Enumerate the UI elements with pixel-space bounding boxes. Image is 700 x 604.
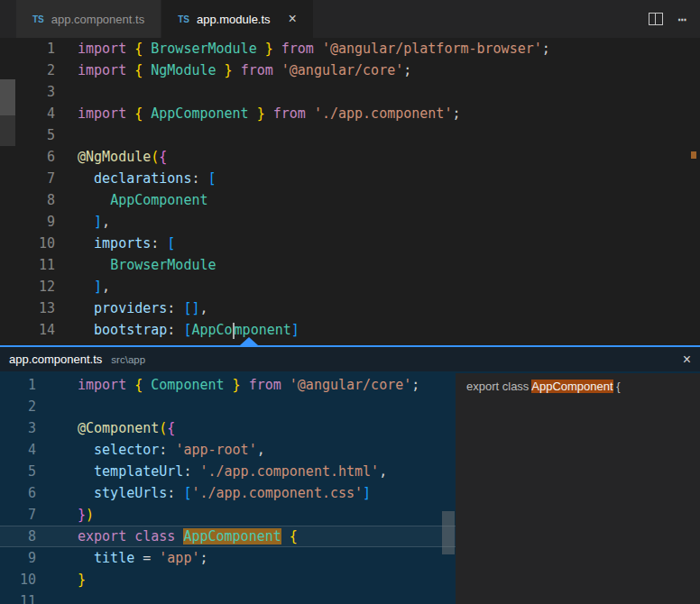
peek-references-panel: export class AppComponent { [456,373,700,604]
code-token: } [257,105,265,122]
code-line[interactable]: 2 [0,396,456,417]
line-number: 2 [0,396,36,417]
line-number: 1 [0,374,36,396]
code-token: @Component [78,420,159,436]
line-number: 3 [0,417,36,439]
code-line[interactable]: export class AppComponent { [456,375,700,398]
line-content: }) [36,504,94,526]
code-token: ; [542,41,550,57]
peek-title: app.component.ts [9,352,102,366]
code-line[interactable]: 10 imports: [ [0,233,700,254]
code-token: AppComponent [151,105,248,122]
code-token: { [134,105,143,122]
line-number: 4 [0,439,36,461]
code-line[interactable]: 13 providers: [], [0,297,700,319]
more-actions-icon[interactable]: ⋯ [677,11,687,28]
code-token: Component [151,377,224,393]
code-token: , [199,300,207,316]
code-token: , [379,463,387,480]
tab-app-component-ts[interactable]: TS app.component.ts [16,0,161,38]
code-token: AppComponent [110,192,207,208]
code-token [126,62,134,78]
code-line[interactable]: 8 AppComponent [0,189,700,211]
code-token: AppCo [191,322,232,338]
code-token: { [134,62,143,78]
line-content: } [36,569,86,590]
code-line[interactable]: 5 [0,124,700,146]
split-editor-icon[interactable] [649,13,663,25]
code-token [265,105,273,122]
code-token: { [134,377,143,393]
line-content: import { BrowserModule } from '@angular/… [55,38,550,59]
tab-label: app.component.ts [51,13,144,26]
code-line[interactable]: 6@NgModule({ [0,146,700,168]
code-token [78,235,94,252]
peek-close-icon[interactable]: × [683,352,691,367]
editor-app-module[interactable]: 1import { BrowserModule } from '@angular… [0,38,700,345]
peek-header: app.component.ts src\app × [0,347,700,371]
code-line[interactable]: 2import { NgModule } from '@angular/core… [0,59,700,81]
code-token: from [249,377,281,393]
code-token: ) [86,507,94,523]
code-line[interactable]: 7 declarations: [ [0,168,700,189]
code-line[interactable]: 8export class AppComponent { [0,526,456,547]
code-line[interactable]: 3 [0,81,700,103]
code-token [126,41,134,57]
line-content: templateUrl: './app.component.html', [36,461,387,482]
code-token: AppComponent [531,380,612,393]
code-token [281,528,290,545]
close-tab-icon[interactable]: × [289,12,297,26]
code-token: : [167,485,183,501]
line-content: title = 'app'; [36,547,208,569]
code-line[interactable]: 5 templateUrl: './app.component.html', [0,461,456,482]
line-content: import { AppComponent } from './app.comp… [55,103,460,124]
code-token: imports [94,235,151,252]
code-line[interactable]: 14 bootstrap: [AppComponent] [0,319,700,341]
code-token: } [225,62,233,78]
code-token [78,442,94,458]
typescript-file-icon: TS [32,14,44,24]
code-token: ( [159,420,167,436]
code-token: title [94,550,134,566]
overview-ruler-mark [691,151,696,159]
code-line[interactable]: 6 styleUrls: ['./app.component.css'] [0,482,456,504]
code-line[interactable]: 11 [0,590,456,604]
left-scrollbar-track[interactable] [0,115,15,146]
code-token: : [167,322,183,338]
peek-anchor-arrow-icon [240,337,258,345]
code-token: 'app' [159,550,199,566]
code-line[interactable]: 9 ], [0,211,700,233]
code-line[interactable]: 3@Component({ [0,417,456,439]
tab-app-module-ts[interactable]: TS app.module.ts × [161,0,314,38]
code-token: ; [199,550,207,566]
code-token: = [134,550,159,566]
code-line[interactable]: 10} [0,569,456,590]
code-token: from [281,41,314,57]
code-token: } [78,507,86,523]
left-scrollbar-thumb[interactable] [0,79,15,115]
code-token [216,62,225,78]
code-token: templateUrl [94,463,183,480]
peek-definition-widget: app.component.ts src\app × 1import { Com… [0,345,700,604]
peek-editor-scrollbar[interactable] [442,511,455,554]
code-line[interactable]: 11 BrowserModule [0,254,700,276]
code-line[interactable]: 12 ], [0,276,700,297]
typescript-file-icon: TS [178,14,189,24]
code-line[interactable]: 9 title = 'app'; [0,547,456,569]
code-token [273,41,281,57]
code-token: } [265,41,273,57]
code-line[interactable]: 4 selector: 'app-root', [0,439,456,461]
code-token [281,377,290,393]
code-line[interactable]: 1import { BrowserModule } from '@angular… [0,38,700,59]
code-token: : [167,300,183,316]
code-line[interactable]: 1import { Component } from '@angular/cor… [0,374,456,396]
code-line[interactable]: 4import { AppComponent } from './app.com… [0,103,700,124]
code-token [306,105,314,122]
code-token: : [159,442,175,458]
code-line[interactable]: 7}) [0,504,456,526]
line-content: export class AppComponent { [466,375,621,398]
line-number: 7 [0,504,36,526]
peek-editor-app-component[interactable]: 1import { Component } from '@angular/cor… [0,373,456,604]
code-token [257,41,265,57]
code-token: providers [94,300,167,316]
